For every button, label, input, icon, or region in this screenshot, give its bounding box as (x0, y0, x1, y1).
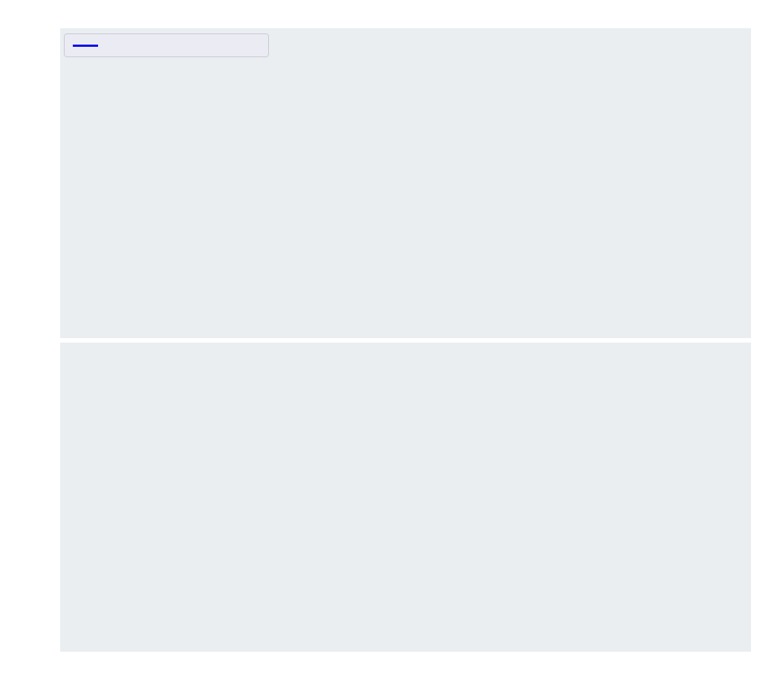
figure (0, 0, 757, 700)
bottom-axes (60, 343, 751, 652)
top-axes (60, 28, 751, 338)
legend-line-sample (73, 45, 98, 47)
legend-box (64, 33, 269, 57)
